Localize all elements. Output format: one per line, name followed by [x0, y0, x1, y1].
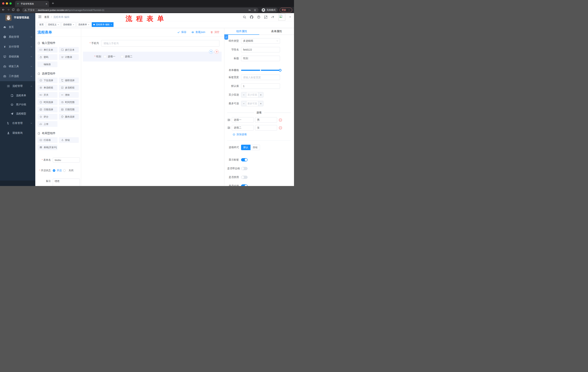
- toggle-switch[interactable]: [241, 167, 248, 170]
- palette-component-item[interactable]: 密码: [37, 54, 57, 60]
- toggle-switch[interactable]: [241, 176, 248, 179]
- palette-component-item[interactable]: 开关: [37, 92, 57, 98]
- view-json-button[interactable]: 查看json: [191, 31, 205, 34]
- palette-component-item[interactable]: 级联选择: [59, 77, 79, 83]
- checkbox[interactable]: [104, 55, 106, 58]
- label-width-input[interactable]: [241, 74, 280, 80]
- view-tag[interactable]: 流程模型×: [61, 22, 75, 27]
- tab-close-icon[interactable]: ✕: [45, 3, 47, 5]
- palette-component-item[interactable]: 单选框组: [37, 85, 57, 90]
- avatar[interactable]: [278, 14, 285, 21]
- palette-component-item[interactable]: 多行文本: [59, 47, 79, 53]
- browser-menu-icon[interactable]: ⋮: [288, 9, 290, 11]
- component-type-select[interactable]: 多选框组: [241, 38, 280, 44]
- save-button[interactable]: 保存: [177, 31, 186, 34]
- sidebar-item[interactable]: ¥支付管理: [0, 42, 35, 52]
- tab-form-props[interactable]: 表单属性: [259, 28, 294, 35]
- palette-component-item[interactable]: 日期选择: [37, 107, 57, 112]
- palette-component-item[interactable]: 123计数器: [59, 54, 79, 60]
- github-icon[interactable]: [250, 15, 253, 19]
- palette-component-item[interactable]: 下拉选择: [37, 77, 57, 83]
- option-style-button[interactable]: 默认: [241, 145, 251, 150]
- gender-checkbox-option[interactable]: 选项二: [121, 55, 132, 58]
- bookmark-star-icon[interactable]: [254, 9, 256, 11]
- new-tab-button[interactable]: [52, 2, 54, 5]
- title-input[interactable]: [241, 56, 280, 61]
- view-tag[interactable]: 流程表单×: [77, 22, 91, 27]
- home-button[interactable]: [17, 8, 20, 12]
- breadcrumb-home[interactable]: 首页: [44, 15, 49, 19]
- status-off-label[interactable]: 关闭: [69, 169, 74, 172]
- browser-tab[interactable]: 芋道管理系统 ✕: [15, 1, 49, 7]
- sidebar-collapse-button[interactable]: [38, 15, 42, 19]
- status-off-radio[interactable]: [63, 169, 66, 172]
- status-on-label[interactable]: 开启: [57, 169, 62, 172]
- sidebar-item[interactable]: 首页: [0, 22, 35, 32]
- search-icon[interactable]: [243, 15, 246, 19]
- security-chip[interactable]: 不安全: [24, 9, 35, 12]
- palette-component-item[interactable]: 颜色选择: [59, 114, 79, 120]
- toggle-switch[interactable]: [241, 158, 248, 161]
- status-on-radio[interactable]: [53, 169, 55, 172]
- sidebar-subitem[interactable]: 流程表单: [0, 91, 35, 100]
- gender-checkbox-option[interactable]: 选项一: [104, 55, 115, 58]
- palette-component-item[interactable]: 编辑器: [37, 62, 57, 67]
- reload-button[interactable]: [12, 8, 15, 12]
- option-value-input[interactable]: [255, 117, 277, 123]
- form-name-input[interactable]: [53, 158, 80, 162]
- stepper-value[interactable]: 最多可选: [246, 101, 258, 106]
- palette-component-item[interactable]: 时间范围: [59, 99, 79, 105]
- palette-component-item[interactable]: 行容器: [37, 137, 57, 143]
- option-style-button[interactable]: 按钮: [251, 145, 260, 150]
- key-icon[interactable]: [248, 9, 251, 11]
- checkbox[interactable]: [121, 55, 123, 58]
- view-tag[interactable]: 流程定义×: [46, 22, 60, 27]
- help-icon[interactable]: [257, 15, 260, 19]
- update-button[interactable]: 更新 ⋮: [280, 8, 292, 12]
- tab-component-props[interactable]: 组件属性: [224, 28, 259, 35]
- clear-button[interactable]: 清空: [210, 31, 220, 34]
- tag-close-icon[interactable]: ×: [73, 23, 74, 26]
- toggle-switch[interactable]: [241, 184, 248, 186]
- url-bar[interactable]: 不安全 dashboard.yudao.iocoder.cn/bpm/manag…: [22, 8, 259, 12]
- fullscreen-icon[interactable]: [264, 15, 267, 19]
- palette-component-item[interactable]: 多选框组: [59, 85, 79, 90]
- sidebar-subitem[interactable]: 请假查询: [0, 128, 35, 138]
- sidebar-subitem[interactable]: 流程管理: [0, 81, 35, 91]
- collapse-panel-handle[interactable]: [224, 35, 228, 40]
- palette-component-item[interactable]: 时间选择: [37, 99, 57, 105]
- window-minimize-button[interactable]: [6, 2, 8, 5]
- stepper-decrease-button[interactable]: −: [241, 92, 246, 97]
- add-option-button[interactable]: 添加选项: [233, 133, 291, 136]
- palette-component-item[interactable]: 单行文本: [37, 47, 57, 53]
- remove-option-button[interactable]: [279, 126, 282, 130]
- sidebar-subitem[interactable]: 用户分组: [0, 100, 35, 109]
- avatar-caret-icon[interactable]: [289, 15, 291, 19]
- option-label-input[interactable]: [232, 117, 254, 123]
- stepper-increase-button[interactable]: +: [258, 101, 263, 106]
- sidebar-item[interactable]: 研发工具: [0, 62, 35, 71]
- stepper-increase-button[interactable]: +: [258, 92, 263, 97]
- delete-component-button[interactable]: [215, 50, 219, 54]
- palette-component-item[interactable]: 表格[开发中]: [37, 145, 57, 150]
- phone-input[interactable]: [101, 40, 220, 47]
- sidebar-logo[interactable]: 芋道管理系统: [0, 13, 35, 22]
- forward-button[interactable]: [7, 8, 10, 12]
- default-value-input[interactable]: [241, 83, 280, 89]
- palette-component-item[interactable]: 滑块: [59, 92, 79, 98]
- palette-component-item[interactable]: 按钮: [59, 137, 79, 143]
- sidebar-subitem[interactable]: 流程模型: [0, 109, 35, 118]
- remove-option-button[interactable]: [279, 118, 282, 122]
- tag-close-icon[interactable]: ×: [111, 23, 112, 26]
- view-tag[interactable]: 首页: [38, 22, 45, 27]
- copy-component-button[interactable]: [209, 50, 213, 54]
- window-close-button[interactable]: [2, 2, 4, 5]
- sidebar-subitem[interactable]: 任务管理: [0, 118, 35, 128]
- palette-component-item[interactable]: 上传: [37, 121, 57, 127]
- stepper-value[interactable]: 至少应选: [246, 92, 258, 97]
- palette-component-item[interactable]: 日期范围: [59, 107, 79, 112]
- tag-close-icon[interactable]: ×: [88, 23, 89, 26]
- gender-field-selected-block[interactable]: 性别 选项一选项二: [83, 52, 221, 62]
- stepper-decrease-button[interactable]: −: [241, 101, 246, 106]
- sidebar-item[interactable]: 基础设施: [0, 52, 35, 62]
